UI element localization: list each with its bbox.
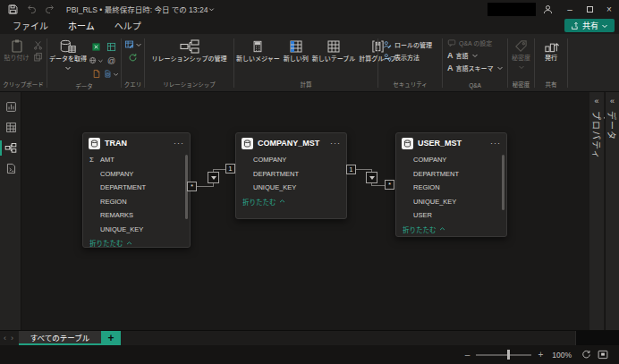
- sensitivity-button[interactable]: 秘密度: [510, 37, 532, 71]
- save-icon[interactable]: [6, 3, 19, 15]
- transform-data-icon[interactable]: [124, 39, 142, 49]
- new-measure-button[interactable]: 新しいメジャー: [234, 37, 282, 63]
- field-row[interactable]: REGION: [83, 195, 190, 209]
- relationship-line[interactable]: [371, 185, 386, 186]
- maximize-button[interactable]: [580, 0, 599, 18]
- cardinality-one[interactable]: 1: [346, 165, 356, 174]
- field-row[interactable]: REMARKS: [83, 208, 190, 223]
- copy-icon[interactable]: [33, 52, 43, 62]
- field-row[interactable]: UNIQUE_KEY: [396, 195, 506, 209]
- field-row[interactable]: UNIQUE_KEY: [236, 181, 346, 195]
- language-button[interactable]: A 言語: [447, 51, 507, 60]
- undo-icon[interactable]: [25, 3, 38, 15]
- fit-to-screen-button[interactable]: [598, 350, 608, 360]
- dataverse-icon[interactable]: [89, 67, 104, 80]
- dax-query-view-icon: [5, 163, 17, 174]
- collapse-table-link[interactable]: 折りたたむ: [396, 223, 506, 236]
- account-avatar-icon[interactable]: [541, 3, 554, 15]
- title-chevron-down-icon[interactable]: [208, 5, 215, 13]
- table-view-button[interactable]: [0, 117, 21, 138]
- table-view-icon: [5, 122, 17, 133]
- collapse-table-link[interactable]: 折りたたむ: [83, 236, 190, 250]
- excel-workbook-icon[interactable]: [89, 40, 104, 54]
- relationship-line[interactable]: [197, 186, 213, 187]
- table-name: COMPANY_MST: [258, 139, 326, 148]
- zoom-in-button[interactable]: +: [538, 350, 543, 360]
- properties-pane-label: プロパティ: [590, 111, 604, 159]
- zoom-slider[interactable]: [476, 354, 531, 356]
- expand-properties-pane-icon[interactable]: «: [594, 97, 598, 106]
- refresh-icon[interactable]: [124, 53, 142, 63]
- tab-scroll-left-icon[interactable]: ‹: [4, 334, 6, 343]
- cardinality-many[interactable]: *: [385, 180, 394, 190]
- field-row[interactable]: DEPARTMENT: [236, 167, 346, 182]
- recent-sources-icon[interactable]: [104, 67, 119, 80]
- table-header[interactable]: COMPANY_MST ···: [236, 133, 346, 153]
- new-table-button[interactable]: 新しいテーブル: [310, 37, 358, 63]
- dataset-icon[interactable]: [104, 40, 119, 54]
- view-as-button[interactable]: 表示方法: [383, 53, 442, 62]
- filter-direction-box[interactable]: [208, 172, 219, 183]
- publish-button[interactable]: 発行: [542, 37, 561, 63]
- more-options-icon[interactable]: ···: [490, 140, 501, 146]
- minimize-button[interactable]: –: [560, 0, 580, 18]
- field-row[interactable]: UNIQUE_KEY: [83, 223, 190, 237]
- get-data-button[interactable]: データを取得: [47, 37, 89, 72]
- card-scrollbar[interactable]: [502, 155, 505, 210]
- group-label-clipboard: クリップボード: [0, 79, 47, 91]
- share-button[interactable]: 共有: [564, 19, 615, 32]
- cardinality-many[interactable]: *: [187, 182, 197, 191]
- filter-direction-box[interactable]: [366, 172, 377, 183]
- web-source-icon[interactable]: [89, 54, 104, 67]
- close-button[interactable]: ×: [599, 0, 619, 18]
- properties-pane-collapsed[interactable]: « プロパティ: [589, 92, 604, 330]
- field-row[interactable]: COMPANY: [83, 167, 190, 182]
- manage-roles-button[interactable]: ロールの管理: [383, 40, 442, 49]
- tab-scroll-right-icon[interactable]: ›: [11, 334, 13, 343]
- relationship-line[interactable]: [213, 169, 226, 170]
- diagram-tab-strip: ‹ › すべてのテーブル +: [0, 330, 619, 345]
- table-card-user-mst[interactable]: USER_MST ··· COMPANY DEPARTMENT REGION U…: [395, 132, 507, 237]
- field-row[interactable]: DEPARTMENT: [83, 181, 190, 195]
- add-layout-button[interactable]: +: [101, 331, 121, 345]
- paste-button[interactable]: 貼り付け: [3, 37, 31, 63]
- group-label-share: 共有: [535, 79, 567, 91]
- new-column-button[interactable]: 新しい列: [282, 37, 310, 63]
- model-canvas[interactable]: TRAN ··· ΣAMT COMPANY DEPARTMENT REGION …: [21, 92, 589, 330]
- collapse-table-link[interactable]: 折りたたむ: [236, 195, 346, 208]
- cut-icon[interactable]: [33, 40, 43, 50]
- table-card-tran[interactable]: TRAN ··· ΣAMT COMPANY DEPARTMENT REGION …: [82, 132, 191, 248]
- group-label-data: データ: [47, 80, 121, 93]
- report-view-button[interactable]: [0, 97, 21, 117]
- relationship-line[interactable]: [356, 169, 371, 170]
- field-row[interactable]: REGION: [396, 181, 506, 195]
- dax-query-view-button[interactable]: [0, 158, 21, 179]
- more-options-icon[interactable]: ···: [174, 140, 184, 146]
- zoom-slider-thumb[interactable]: [507, 350, 510, 360]
- redo-icon[interactable]: [44, 3, 56, 15]
- more-options-icon[interactable]: ···: [330, 140, 341, 146]
- field-row[interactable]: COMPANY: [236, 153, 346, 167]
- model-view-button[interactable]: [0, 138, 21, 158]
- field-row[interactable]: COMPANY: [396, 153, 506, 167]
- tab-home[interactable]: ホーム: [66, 17, 97, 35]
- reset-zoom-button[interactable]: [581, 350, 591, 360]
- tab-help[interactable]: ヘルプ: [113, 17, 143, 35]
- tab-all-tables[interactable]: すべてのテーブル: [19, 331, 101, 345]
- onelake-hub-icon[interactable]: @: [104, 54, 119, 67]
- field-row[interactable]: ΣAMT: [83, 153, 190, 167]
- tab-file[interactable]: ファイル: [11, 17, 50, 35]
- linguistic-schema-button[interactable]: A 言語スキーマ: [447, 63, 507, 72]
- field-row[interactable]: DEPARTMENT: [396, 167, 506, 182]
- table-header[interactable]: USER_MST ···: [396, 133, 506, 153]
- data-pane-collapsed[interactable]: « データ: [605, 92, 619, 330]
- field-row[interactable]: USER: [396, 208, 506, 223]
- table-header[interactable]: TRAN ···: [83, 133, 190, 153]
- table-card-company-mst[interactable]: COMPANY_MST ··· COMPANY DEPARTMENT UNIQU…: [235, 132, 347, 219]
- cardinality-one[interactable]: 1: [225, 164, 235, 174]
- expand-data-pane-icon[interactable]: «: [610, 97, 615, 106]
- manage-relationships-button[interactable]: リレーションシップの管理: [150, 37, 229, 63]
- strip-corner: [575, 331, 619, 346]
- qa-setup-button[interactable]: Q&A の設定: [447, 38, 507, 47]
- zoom-out-button[interactable]: –: [465, 350, 471, 360]
